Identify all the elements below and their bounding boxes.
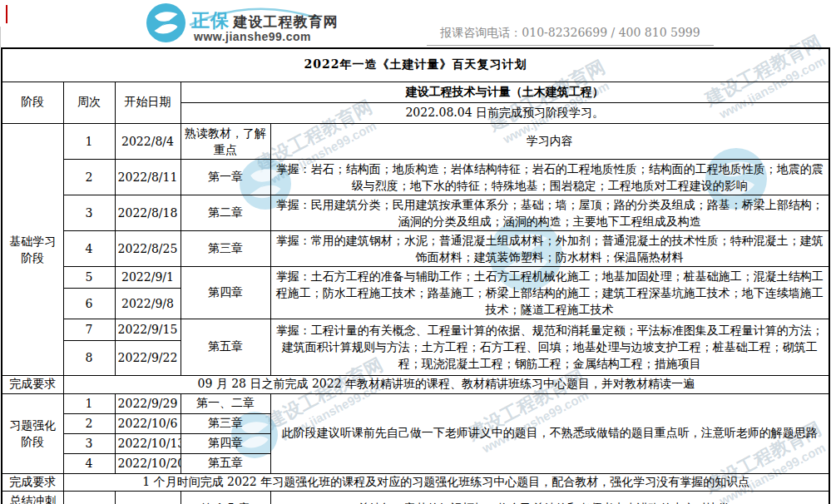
chapter-cell: 第一章 bbox=[181, 159, 270, 195]
week-cell: 2 bbox=[63, 413, 115, 433]
week-cell: 3 bbox=[63, 433, 115, 453]
stage-name-exercise: 习题强化阶段 bbox=[2, 393, 63, 473]
course-header: 建设工程技术与计量（土木建筑工程） bbox=[181, 82, 829, 102]
column-header-week: 周次 bbox=[63, 82, 115, 123]
week-cell: 8 bbox=[63, 340, 115, 375]
logo-z-icon bbox=[146, 3, 185, 42]
week-cell: 2 bbox=[63, 159, 115, 195]
text-cursor-mark bbox=[6, 5, 7, 23]
requirement-label: 完成要求 bbox=[2, 473, 63, 491]
week-cell: 3 bbox=[63, 195, 115, 230]
date-cell: 2022/10/6 bbox=[115, 413, 181, 433]
week-cell: 4 bbox=[63, 453, 115, 473]
date-cell: 2022/8/18 bbox=[115, 195, 181, 230]
date-cell: 2022/9/1 bbox=[115, 266, 181, 288]
requirement-text: 1 个月时间完成 2022 年习题强化班的课程及对应的习题强化班练习中心题目，配… bbox=[63, 473, 829, 491]
week-cell: 7 bbox=[63, 319, 115, 340]
content-header: 学习内容 bbox=[270, 123, 829, 159]
study-plan-table: 2022年一造《土建计量》百天复习计划 阶段 周次 开始日期 建设工程技术与计量… bbox=[1, 47, 830, 504]
week-cell: 1 bbox=[63, 123, 115, 159]
chapter-cell: 熟读教材，了解重点 bbox=[181, 123, 270, 159]
date-cell: 2022/9/22 bbox=[115, 340, 181, 375]
chapter-cell: 第一、二章 bbox=[181, 393, 270, 413]
date-cell: 2022/8/4 bbox=[115, 123, 181, 159]
week-cell: 1 bbox=[63, 393, 115, 413]
week-cell: 6 bbox=[63, 288, 115, 319]
date-cell: 2022/10/13 bbox=[115, 433, 181, 453]
site-name: 建设工程教育网 bbox=[233, 14, 338, 30]
date-cell: 2022/10/20 bbox=[115, 453, 181, 473]
content-cell: 掌握：岩石；结构面；地质构造；岩体结构特征；岩石的工程地质性质；结构面的工程地质… bbox=[270, 159, 829, 195]
content-cell: 掌握：常用的建筑钢材；水泥；普通混凝土组成材料；外加剂；普通混凝土的技术性质；特… bbox=[270, 230, 829, 266]
stage-name-basic: 基础学习阶段 bbox=[2, 123, 63, 375]
window-edge-line bbox=[0, 27, 1, 47]
week-cell: 5 bbox=[63, 266, 115, 288]
consult-phone: 报课咨询电话：010-82326699 / 400 810 5999 bbox=[427, 26, 714, 46]
date-cell: 2022/8/25 bbox=[115, 230, 181, 266]
chapter-cell: 第三章 bbox=[181, 230, 270, 266]
chapter-cell: 第三章 bbox=[181, 413, 270, 433]
chapter-cell: 第五章 bbox=[181, 319, 270, 375]
content-cell: 掌握：工程计量的有关概念、工程量计算的依据、规范和消耗量定额；平法标准图集及工程… bbox=[270, 319, 829, 375]
chapter-cell: 第四章 bbox=[181, 266, 270, 319]
week-cell: 4 bbox=[63, 230, 115, 266]
date-cell: 2022/10/27 bbox=[115, 491, 181, 504]
chapter-cell: 第二章 bbox=[181, 195, 270, 230]
week-cell: 1 bbox=[63, 491, 115, 504]
content-cell: 掌握：民用建筑分类；民用建筑按承重体系分；基础；墙；屋顶；路的分类及组成；路基；… bbox=[270, 195, 829, 230]
chapter-cell: 第四章 bbox=[181, 433, 270, 453]
preview-deadline: 2022.08.04 日前完成预习阶段学习。 bbox=[181, 102, 829, 123]
requirement-text: 09 月 28 日之前完成 2022 年教材精讲班的课程、教材精讲班练习中心题目… bbox=[63, 375, 829, 393]
date-cell: 2022/8/11 bbox=[115, 159, 181, 195]
date-cell: 2022/9/8 bbox=[115, 288, 181, 319]
stage-name-sprint: 总结冲刺阶段 bbox=[2, 491, 63, 504]
brand-name: 正保 bbox=[191, 10, 230, 31]
chapter-cell: 第 1-5 章 bbox=[181, 491, 270, 504]
column-header-stage: 阶段 bbox=[2, 82, 63, 123]
chapter-cell: 第五章 bbox=[181, 453, 270, 473]
study-plan-page: 正保 建设工程教育网 www.jianshe99.com 报课咨询电话：010-… bbox=[0, 0, 831, 504]
content-cell: 掌握：土石方工程的准备与辅助工作；土石方工程机械化施工；地基加固处理；桩基础施工… bbox=[270, 266, 829, 319]
date-cell: 2022/9/15 bbox=[115, 319, 181, 340]
phase2-advice: 此阶段建议听课前先自己做一下老师讲义中的题目，不熟悉或做错的题目重点听，注意听老… bbox=[270, 393, 829, 473]
date-cell: 2022/9/29 bbox=[115, 393, 181, 413]
requirement-label: 完成要求 bbox=[2, 375, 63, 393]
page-title: 2022年一造《土建计量》百天复习计划 bbox=[2, 48, 829, 82]
site-url: www.jianshe99.com bbox=[194, 30, 311, 43]
column-header-date: 开始日期 bbox=[115, 82, 181, 123]
content-cell: 总结每一章节的知识框架，将自己总结的和老师考点串讲班的内容对比学习 bbox=[270, 491, 829, 504]
